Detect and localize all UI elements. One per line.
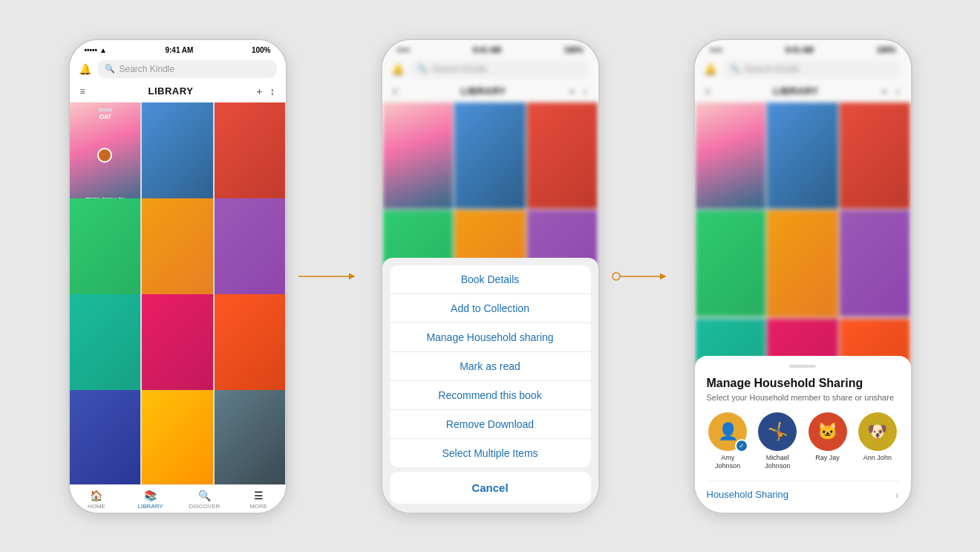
book-cell-6[interactable] [215,198,286,305]
avatar-rayjay: 🐱 [808,412,847,451]
discover-icon-1: 🔍 [198,490,211,501]
nav-library-1[interactable]: 📚 LIBRARY [123,490,177,510]
member-ann[interactable]: 🐶 Ann John [856,412,898,470]
long-press-indicator [97,148,112,163]
household-link-text: Household Sharing [707,489,789,500]
time-1: 9:41 AM [165,46,193,54]
select-multiple-item[interactable]: Select Multiple Items [390,439,591,467]
household-sharing-link[interactable]: Household Sharing › [707,481,899,501]
avatar-michael: 🤸 [758,412,797,451]
household-sheet-subtitle: Select your Household member to share or… [707,393,899,402]
sort-icon-1[interactable]: ↕ [270,85,275,97]
book-cell-11[interactable] [142,390,213,484]
manage-household-item[interactable]: Manage Household sharing [390,323,591,352]
arrow-1 [287,265,369,288]
avatar-amy: 👤 ✓ [708,412,747,451]
rayjay-emoji: 🐱 [817,422,837,441]
status-left: ••••• ▲ [85,46,107,54]
book-grid-1: Good Girl TRICIA O'MALLEY [70,103,286,484]
ann-name: Ann John [863,454,892,462]
search-bar-1: 🔔 🔍 Search Kindle [70,57,286,81]
amy-check-badge: ✓ [735,439,748,452]
scene: ••••• ▲ 9:41 AM 100% 🔔 🔍 Search Kindle [0,0,980,552]
lib-actions-1: + ↕ [256,85,275,97]
home-icon-1: 🏠 [90,490,102,501]
add-collection-item[interactable]: Add to Collection [390,294,591,323]
recommend-item[interactable]: Recommend this book [390,381,591,410]
household-sheet-3: Manage Household Sharing Select your Hou… [695,356,911,513]
book-details-item[interactable]: Book Details [390,265,591,294]
bottom-nav-1: 🏠 HOME 📚 LIBRARY 🔍 DISCOVER ☰ MORE [70,484,286,513]
michael-name: MichaelJohnson [765,454,790,470]
avatar-ann: 🐶 [858,412,897,451]
remove-download-item[interactable]: Remove Download [390,410,591,439]
michael-emoji: 🤸 [768,422,788,441]
signal-dots: ••••• [85,46,98,54]
phone-1: ••••• ▲ 9:41 AM 100% 🔔 🔍 Search Kindle [68,39,287,514]
battery-1: 100% [252,46,271,54]
book-cell-10[interactable] [70,390,141,484]
library-label-1: LIBRARY [138,503,163,510]
filter-icon-1[interactable]: ≡ [80,86,85,97]
book-cell-3[interactable] [215,103,286,209]
ann-emoji: 🐶 [867,422,887,441]
phone-2: ••••• 9:41 AM 100% 🔔 🔍 Search Kindle ≡ L [381,39,600,514]
svg-point-3 [612,273,620,280]
more-label-1: MORE [249,503,267,510]
amy-name: AmyJohnson [715,454,740,470]
book-cover-good-girl: Good Girl TRICIA O'MALLEY [70,103,141,209]
cancel-button-2[interactable]: Cancel [390,472,591,504]
bell-icon-1: 🔔 [79,63,91,75]
member-amy[interactable]: 👤 ✓ AmyJohnson [707,412,749,470]
status-bar-1: ••••• ▲ 9:41 AM 100% [70,40,286,57]
household-sheet-title: Manage Household Sharing [707,377,899,390]
context-menu-group-2: Book Details Add to Collection Manage Ho… [390,265,591,467]
book-cell-4[interactable] [70,198,141,305]
home-label-1: HOME [88,503,105,510]
lib-header-1: ≡ LIBRARY + ↕ [70,81,286,103]
search-input-1[interactable]: 🔍 Search Kindle [97,60,277,78]
add-icon-1[interactable]: + [256,85,262,97]
amy-emoji: 👤 [718,422,738,441]
phone-3: ••••• 9:41 AM 100% 🔔 🔍 Search Kindle ≡ L [693,39,912,514]
nav-more-1[interactable]: ☰ MORE [232,490,286,510]
discover-label-1: DISCOVER [189,503,220,510]
rayjay-name: Ray Jay [815,454,840,462]
book-cell-8[interactable] [142,294,213,401]
more-icon-1: ☰ [254,490,264,501]
members-row: 👤 ✓ AmyJohnson 🤸 MichaelJohnson [707,412,899,470]
book-cell-7[interactable] [70,294,141,400]
book-cell-9[interactable] [215,294,286,400]
nav-home-1[interactable]: 🏠 HOME [70,490,124,510]
context-sheet-2: Book Details Add to Collection Manage Ho… [382,258,598,513]
status-right-1: 100% [252,46,271,54]
nav-discover-1[interactable]: 🔍 DISCOVER [177,490,232,510]
wifi-icon: ▲ [99,46,107,54]
book-cell-12[interactable] [215,390,286,484]
search-placeholder-1: Search Kindle [120,64,175,74]
chevron-right-icon: › [895,489,899,501]
member-rayjay[interactable]: 🐱 Ray Jay [806,412,849,470]
arrow-2 [600,265,682,288]
mark-read-item[interactable]: Mark as read [390,352,591,381]
library-icon-1: 📚 [144,490,157,501]
book-cell-2[interactable] [142,103,213,210]
book-cell-1[interactable]: Good Girl TRICIA O'MALLEY [70,103,141,209]
member-michael[interactable]: 🤸 MichaelJohnson [757,412,799,470]
library-title-1: LIBRARY [148,85,194,97]
sheet-handle [789,365,816,368]
search-icon-1: 🔍 [105,64,115,74]
book-cell-5[interactable] [142,198,213,305]
